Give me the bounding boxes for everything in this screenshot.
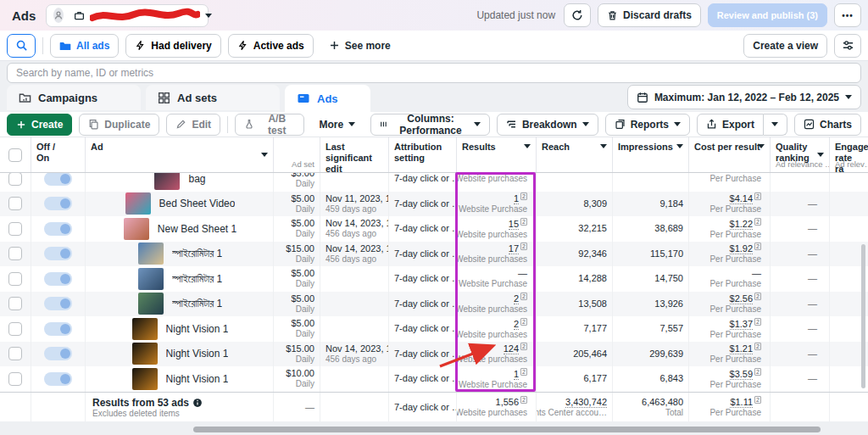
edit-button[interactable]: Edit bbox=[166, 114, 220, 136]
info-icon[interactable] bbox=[192, 398, 203, 408]
ad-toggle[interactable] bbox=[44, 372, 72, 386]
cost-value[interactable]: $1.22 bbox=[730, 219, 754, 230]
column-header-reach[interactable]: Reach bbox=[536, 137, 612, 172]
cost-value[interactable]: $4.14 bbox=[730, 193, 754, 204]
ad-toggle[interactable] bbox=[44, 347, 72, 360]
tab-campaigns[interactable]: Campaigns bbox=[7, 85, 141, 110]
charts-button[interactable]: Charts bbox=[794, 114, 861, 136]
results-value[interactable]: 15 bbox=[509, 219, 519, 230]
horizontal-scrollbar[interactable] bbox=[0, 427, 868, 433]
more-options-button[interactable]: ••• bbox=[834, 3, 861, 27]
table-row[interactable]: Bed Sheet Video $5.00Daily Nov 11, 2023,… bbox=[0, 192, 868, 217]
cost-value[interactable]: $1.92 bbox=[730, 243, 754, 254]
column-header-off-on[interactable]: Off / On bbox=[31, 137, 85, 172]
ad-toggle[interactable] bbox=[44, 247, 72, 260]
cost-value[interactable]: $3.59 bbox=[730, 369, 754, 380]
table-row[interactable]: Night Vision 1 $5.00Daily 7-day click or… bbox=[0, 316, 868, 342]
duplicate-button[interactable]: Duplicate bbox=[79, 114, 159, 136]
row-checkbox[interactable] bbox=[8, 347, 22, 360]
ad-name[interactable]: bag bbox=[188, 173, 205, 185]
ad-toggle[interactable] bbox=[44, 222, 72, 236]
ad-toggle[interactable] bbox=[44, 297, 72, 310]
refresh-button[interactable] bbox=[564, 3, 591, 27]
cost-value[interactable]: — bbox=[752, 268, 761, 278]
footer-cost-value[interactable]: $1.11 bbox=[730, 397, 753, 408]
quality-ranking-value: — bbox=[808, 248, 817, 259]
table-row[interactable]: Night Vision 1 $10.00Daily 7-day click o… bbox=[0, 366, 868, 392]
table-row[interactable]: স্পাইরোমিটার 1 $5.00Daily 7-day click or… bbox=[0, 266, 868, 292]
footnote-marker: 2 bbox=[520, 218, 527, 226]
filter-all-ads[interactable]: All ads bbox=[50, 34, 119, 58]
row-checkbox[interactable] bbox=[8, 272, 22, 286]
ad-name[interactable]: Bed Sheet Video bbox=[159, 198, 236, 209]
column-header-engagement[interactable]: Engage rate raAd relev… bbox=[829, 137, 868, 172]
see-more-filters[interactable]: See more bbox=[320, 34, 399, 58]
ad-name[interactable]: Night Vision 1 bbox=[166, 348, 229, 360]
columns-button[interactable]: Columns: Performance bbox=[370, 114, 490, 136]
table-row[interactable]: স্পাইরোমিটার 1 $15.00Daily Nov 14, 2023,… bbox=[0, 242, 868, 267]
horizontal-scrollbar-thumb[interactable] bbox=[193, 427, 821, 432]
table-row[interactable]: New Bed Sheet 1 $5.00Daily Nov 14, 2023,… bbox=[0, 216, 868, 242]
results-value[interactable]: 2 bbox=[514, 319, 519, 330]
ad-name[interactable]: New Bed Sheet 1 bbox=[158, 223, 236, 235]
results-value[interactable]: — bbox=[518, 268, 527, 278]
vertical-scrollbar[interactable] bbox=[861, 244, 865, 388]
ad-toggle[interactable] bbox=[44, 197, 72, 210]
ad-name[interactable]: Night Vision 1 bbox=[166, 323, 229, 335]
results-value[interactable]: 124 bbox=[504, 343, 519, 354]
tab-ad-sets[interactable]: Ad sets bbox=[146, 85, 280, 110]
table-row[interactable]: স্পাইরোমিটার 1 $5.00Daily 7-day click or… bbox=[0, 292, 868, 317]
view-settings-button[interactable] bbox=[834, 34, 861, 58]
row-checkbox[interactable] bbox=[8, 197, 22, 210]
ad-toggle[interactable] bbox=[44, 322, 72, 336]
filter-had-delivery[interactable]: Had delivery bbox=[125, 34, 220, 58]
column-header-quality[interactable]: Quality rankingAd relevance … bbox=[770, 137, 829, 172]
select-all-checkbox[interactable] bbox=[8, 148, 22, 162]
ad-name[interactable]: Night Vision 1 bbox=[166, 373, 229, 385]
cost-value[interactable]: $2.56 bbox=[730, 293, 754, 304]
column-header-budget[interactable]: Ad set bbox=[273, 137, 320, 172]
footer-reach-value[interactable]: 3,430,742 bbox=[565, 397, 607, 408]
results-value[interactable]: 1 bbox=[514, 369, 519, 380]
results-value[interactable]: 1 bbox=[514, 193, 519, 204]
row-checkbox[interactable] bbox=[8, 297, 22, 310]
search-input[interactable] bbox=[7, 63, 861, 83]
column-header-ad[interactable]: Ad bbox=[85, 137, 273, 172]
ad-name[interactable]: স্পাইরোমিটার 1 bbox=[172, 298, 222, 310]
results-value[interactable]: 2 bbox=[514, 293, 519, 304]
more-menu-button[interactable]: More bbox=[311, 114, 364, 136]
tab-ads[interactable]: Ads bbox=[285, 85, 370, 112]
date-range-selector[interactable]: Maximum: Jan 12, 2022 – Feb 12, 2025 bbox=[627, 85, 861, 109]
row-checkbox[interactable] bbox=[8, 322, 22, 336]
search-filter-button[interactable] bbox=[7, 34, 36, 58]
table-row[interactable]: bag $5.00Daily 7-day click or … 2Website… bbox=[0, 173, 868, 192]
create-view-button[interactable]: Create a view bbox=[743, 34, 827, 58]
cost-value[interactable]: $1.21 bbox=[730, 343, 754, 354]
cost-value[interactable]: $1.37 bbox=[730, 319, 754, 330]
row-checkbox[interactable] bbox=[8, 372, 22, 386]
ad-name[interactable]: স্পাইরোমিটার 1 bbox=[172, 273, 222, 285]
row-checkbox[interactable] bbox=[8, 173, 22, 186]
table-row[interactable]: Night Vision 1 $15.00Daily Nov 14, 2023,… bbox=[0, 342, 868, 367]
breakdown-button[interactable]: Breakdown bbox=[497, 114, 598, 136]
ad-toggle[interactable] bbox=[44, 272, 72, 286]
column-header-cost[interactable]: Cost per result bbox=[688, 137, 770, 172]
review-publish-button[interactable]: Review and publish (3) bbox=[708, 3, 827, 27]
create-button[interactable]: Create bbox=[7, 114, 72, 136]
row-checkbox[interactable] bbox=[8, 247, 22, 260]
filter-active-ads[interactable]: Active ads bbox=[228, 34, 314, 58]
column-header-attribution[interactable]: Attribution setting bbox=[388, 137, 456, 172]
ad-name[interactable]: স্পাইরোমিটার 1 bbox=[172, 248, 222, 259]
account-selector[interactable] bbox=[46, 4, 209, 27]
export-button[interactable]: Export bbox=[697, 114, 764, 136]
column-header-results[interactable]: Results bbox=[456, 137, 536, 172]
discard-drafts-button[interactable]: Discard drafts bbox=[598, 3, 701, 27]
column-header-impressions[interactable]: Impressions bbox=[612, 137, 688, 172]
column-header-last-edit[interactable]: Last significant edit bbox=[320, 137, 388, 172]
results-value[interactable]: 17 bbox=[509, 243, 519, 254]
ad-toggle[interactable] bbox=[44, 173, 72, 186]
row-checkbox[interactable] bbox=[8, 222, 22, 236]
reports-button[interactable]: Reports bbox=[605, 114, 690, 136]
export-options-button[interactable] bbox=[764, 114, 787, 136]
ab-test-button[interactable]: A/B test bbox=[235, 114, 304, 136]
